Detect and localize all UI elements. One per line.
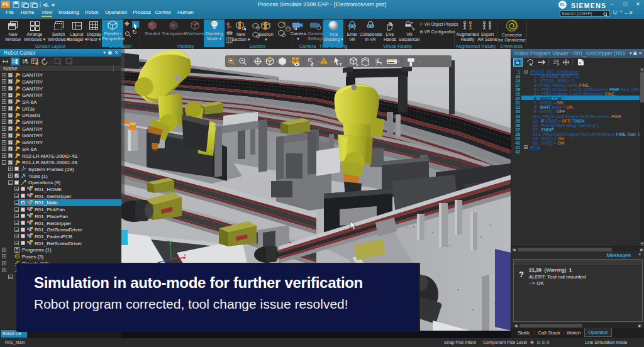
svg-text:8: 8 <box>26 61 28 65</box>
svg-text:y: y <box>167 238 169 242</box>
svg-text:x: x <box>184 253 186 256</box>
